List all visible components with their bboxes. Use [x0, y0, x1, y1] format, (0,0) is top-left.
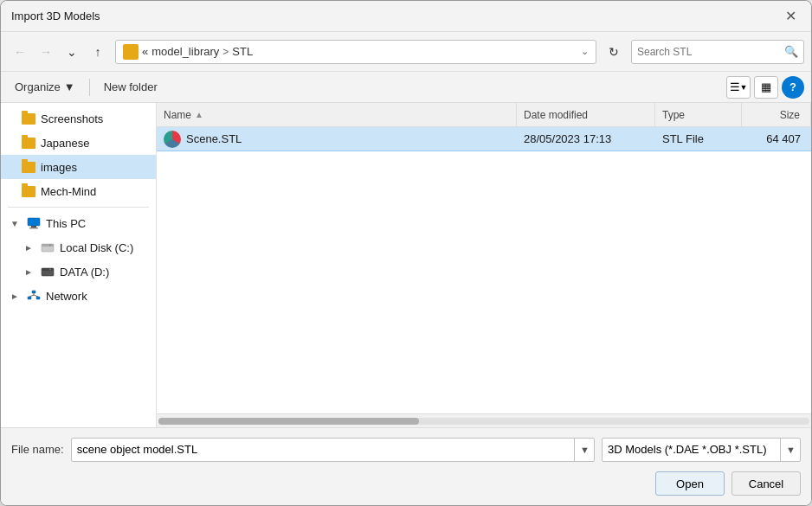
breadcrumb-folder-icon — [123, 44, 139, 60]
svg-rect-4 — [42, 244, 54, 247]
disk-icon — [41, 241, 55, 253]
view-options-button[interactable]: ☰ ▼ — [726, 76, 751, 99]
sidebar-item-label: Local Disk (C:) — [60, 241, 133, 254]
column-header-date[interactable]: Date modified — [517, 103, 655, 126]
sidebar-item-label: Japanese — [41, 137, 89, 150]
view-chevron-icon: ▼ — [740, 83, 748, 92]
breadcrumb-dropdown-icon[interactable]: ⌄ — [581, 46, 589, 57]
svg-rect-1 — [31, 226, 36, 227]
breadcrumb-library: model_library — [151, 45, 219, 58]
filename-label: File name: — [11, 443, 64, 456]
preview-pane-button[interactable]: ▦ — [754, 76, 778, 99]
sidebar-item-network[interactable]: ► Network — [1, 284, 156, 308]
help-button[interactable]: ? — [782, 76, 804, 99]
breadcrumb-prefix: « — [142, 45, 148, 58]
file-date: 28/05/2023 17:13 — [524, 132, 611, 145]
sidebar-item-local-disk-c[interactable]: ► Local Disk (C:) — [1, 235, 156, 259]
filename-dropdown-button[interactable]: ▼ — [574, 438, 595, 462]
sidebar-item-label: DATA (D:) — [60, 266, 109, 279]
organize-label: Organize — [15, 80, 61, 93]
sidebar-item-label: Network — [46, 290, 87, 303]
svg-rect-9 — [32, 291, 35, 293]
open-button[interactable]: Open — [655, 471, 725, 496]
filename-input[interactable] — [71, 438, 595, 462]
refresh-button[interactable]: ↻ — [602, 40, 626, 64]
sidebar-item-this-pc[interactable]: ▼ This PC — [1, 211, 156, 235]
sidebar-item-label: Mech-Mind — [41, 185, 96, 198]
close-button[interactable]: ✕ — [780, 6, 801, 27]
sidebar: Screenshots Japanese images Mech-Mind ▼ — [1, 103, 157, 427]
svg-point-5 — [49, 245, 51, 247]
filename-input-wrap: ▼ — [71, 438, 595, 462]
disk-icon — [41, 266, 55, 278]
preview-icon: ▦ — [761, 80, 771, 93]
file-type: STL File — [662, 132, 704, 145]
view-icon: ☰ — [730, 80, 740, 93]
sidebar-item-images[interactable]: images — [1, 155, 156, 179]
file-size-cell: 64 407 — [742, 127, 811, 151]
network-icon — [27, 290, 41, 302]
search-icon: 🔍 — [784, 45, 798, 58]
horizontal-scrollbar[interactable] — [157, 413, 811, 427]
dialog-title: Import 3D Models — [11, 10, 100, 22]
toolbar-right-controls: ☰ ▼ ▦ ? — [726, 76, 804, 99]
file-size: 64 407 — [766, 132, 801, 145]
sidebar-item-screenshots[interactable]: Screenshots — [1, 106, 156, 131]
expand-icon: ► — [22, 265, 35, 279]
column-header-name[interactable]: Name ▲ — [157, 103, 517, 126]
sidebar-item-label: images — [41, 161, 77, 174]
organize-button[interactable]: Organize ▼ — [8, 76, 82, 99]
folder-icon — [22, 113, 35, 125]
sidebar-divider — [8, 207, 149, 208]
forward-button[interactable]: → — [34, 40, 58, 64]
filename-row: File name: ▼ 3D Models (*.DAE *.OBJ *.ST… — [11, 438, 801, 462]
svg-rect-7 — [42, 268, 54, 271]
file-type-cell: STL File — [655, 127, 742, 151]
search-box[interactable]: 🔍 — [631, 40, 804, 64]
cancel-button[interactable]: Cancel — [731, 471, 801, 496]
recent-button[interactable]: ⌄ — [60, 40, 84, 64]
sidebar-item-label: This PC — [46, 217, 86, 230]
new-folder-label: New folder — [104, 80, 158, 93]
import-dialog: Import 3D Models ✕ ← → ⌄ ↑ « model_libra… — [0, 0, 812, 506]
sidebar-item-label: Screenshots — [41, 112, 103, 125]
filetype-select-wrap: 3D Models (*.DAE *.OBJ *.STL) ▼ — [602, 438, 801, 462]
stl-file-icon — [164, 131, 181, 148]
main-area: Screenshots Japanese images Mech-Mind ▼ — [1, 103, 811, 427]
new-folder-button[interactable]: New folder — [97, 76, 164, 99]
folder-icon — [22, 186, 35, 197]
expand-icon: ► — [8, 289, 22, 303]
column-header-type[interactable]: Type — [655, 103, 742, 126]
file-date-cell: 28/05/2023 17:13 — [517, 127, 655, 151]
filetype-select[interactable]: 3D Models (*.DAE *.OBJ *.STL) — [602, 438, 801, 462]
column-header-size[interactable]: Size — [742, 103, 811, 126]
navigation-toolbar: ← → ⌄ ↑ « model_library > STL ⌄ ↻ 🔍 — [1, 32, 811, 72]
svg-line-14 — [34, 295, 38, 297]
file-list-content: Scene.STL 28/05/2023 17:13 STL File 64 4… — [157, 127, 811, 413]
expand-icon: ▼ — [8, 216, 22, 230]
bottom-bar: File name: ▼ 3D Models (*.DAE *.OBJ *.ST… — [1, 427, 811, 505]
expand-icon: ► — [22, 240, 35, 254]
sidebar-item-data-d[interactable]: ► DATA (D:) — [1, 259, 156, 284]
table-row[interactable]: Scene.STL 28/05/2023 17:13 STL File 64 4… — [157, 127, 811, 151]
svg-rect-0 — [28, 218, 40, 226]
file-list-header: Name ▲ Date modified Type Size — [157, 103, 811, 127]
file-name: Scene.STL — [186, 132, 242, 145]
sidebar-item-japanese[interactable]: Japanese — [1, 131, 156, 155]
svg-line-13 — [29, 295, 34, 297]
back-button[interactable]: ← — [8, 40, 32, 64]
up-button[interactable]: ↑ — [86, 40, 110, 64]
folder-icon — [22, 138, 35, 149]
breadcrumb-current: STL — [232, 45, 253, 58]
svg-rect-10 — [28, 297, 31, 299]
svg-rect-2 — [29, 227, 38, 229]
svg-rect-11 — [36, 297, 40, 299]
sort-icon: ▲ — [195, 110, 203, 119]
breadcrumb-separator: > — [222, 46, 229, 58]
search-input[interactable] — [637, 46, 781, 58]
pc-icon — [27, 217, 41, 229]
sidebar-item-mech-mind[interactable]: Mech-Mind — [1, 179, 156, 203]
title-bar: Import 3D Models ✕ — [1, 1, 811, 32]
scrollbar-thumb[interactable] — [158, 418, 419, 425]
breadcrumb-bar[interactable]: « model_library > STL ⌄ — [115, 40, 596, 64]
